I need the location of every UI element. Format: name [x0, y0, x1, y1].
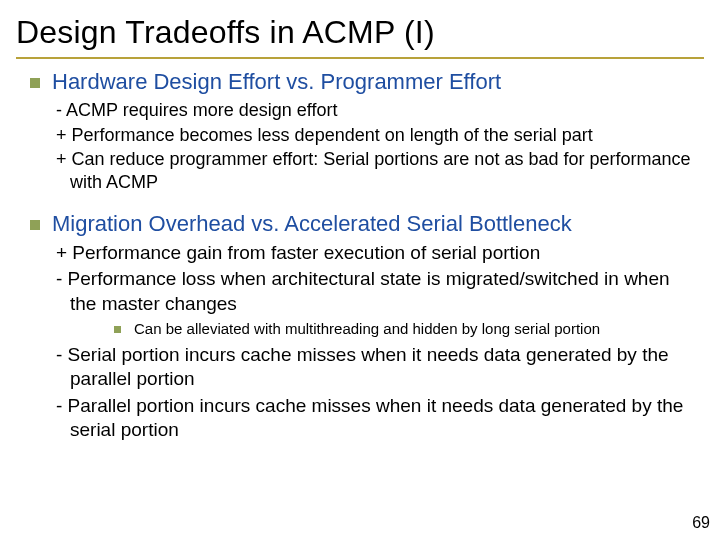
bullet-item: + Performance gain from faster execution… [26, 241, 694, 265]
sub-bullet-text: Can be alleviated with multithreading an… [134, 320, 600, 337]
sub-bullet-item: Can be alleviated with multithreading an… [26, 320, 694, 337]
title-underline [16, 57, 704, 59]
bullet-item: - ACMP requires more design effort [26, 99, 694, 122]
square-bullet-icon [30, 78, 40, 88]
bullet-item: + Performance becomes less dependent on … [26, 124, 694, 147]
slide-body: Hardware Design Effort vs. Programmer Ef… [0, 69, 720, 442]
slide: Design Tradeoffs in ACMP (I) Hardware De… [0, 0, 720, 540]
section-heading-2-text: Migration Overhead vs. Accelerated Seria… [52, 211, 572, 236]
square-bullet-icon [114, 326, 121, 333]
page-number: 69 [692, 514, 710, 532]
square-bullet-icon [30, 220, 40, 230]
section-heading-1: Hardware Design Effort vs. Programmer Ef… [26, 69, 694, 95]
bullet-item: - Parallel portion incurs cache misses w… [26, 394, 694, 443]
section-heading-2: Migration Overhead vs. Accelerated Seria… [26, 211, 694, 237]
section-heading-1-text: Hardware Design Effort vs. Programmer Ef… [52, 69, 501, 94]
bullet-item: - Performance loss when architectural st… [26, 267, 694, 316]
bullet-item: - Serial portion incurs cache misses whe… [26, 343, 694, 392]
bullet-item: + Can reduce programmer effort: Serial p… [26, 148, 694, 193]
slide-title: Design Tradeoffs in ACMP (I) [0, 0, 720, 57]
